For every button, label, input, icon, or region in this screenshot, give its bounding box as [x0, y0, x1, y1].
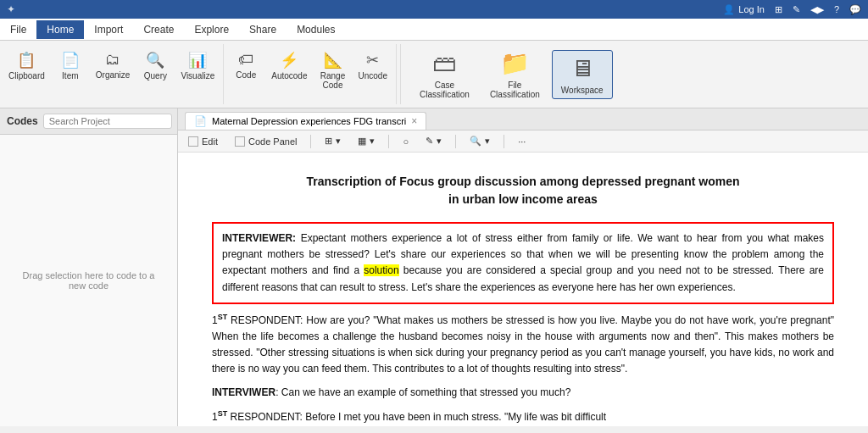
case-classification-icon: 🗃 [432, 49, 456, 77]
respondent1-text: 1ST RESPONDENT: How are you? "What makes… [212, 311, 834, 378]
topbar-login[interactable]: 👤 Log In [723, 4, 765, 15]
ribbon: 📋 Clipboard 📄 Item 🗂 Organize 🔍 Query 📊 … [0, 41, 868, 108]
app-logo: ✦ [7, 3, 15, 15]
toolbar-edit-label: Edit [202, 136, 218, 147]
menu-share[interactable]: Share [239, 20, 287, 39]
toolbar-edit-checkbox[interactable]: Edit [185, 135, 221, 148]
ribbon-uncode-btn[interactable]: ✂ Uncode [353, 49, 392, 82]
left-panel-body: Drag selection here to code to a new cod… [0, 135, 177, 426]
circle-icon: ○ [403, 136, 409, 147]
interviewer-label: INTERVIEWER: [222, 232, 296, 244]
ribbon-code-btn[interactable]: 🏷 Code [227, 49, 264, 81]
login-icon: 👤 [723, 4, 735, 15]
menu-import[interactable]: Import [84, 20, 133, 39]
toolbar-bar-btn[interactable]: ▦ ▾ [354, 134, 378, 148]
doc-content: Transcription of Focus group discussion … [178, 153, 868, 426]
autocode-icon: ⚡ [280, 51, 298, 69]
menu-create[interactable]: Create [133, 20, 184, 39]
interviewer2-label: INTERVIWER [212, 386, 275, 398]
doc-title: Transcription of Focus group discussion … [212, 173, 834, 208]
menubar: File Home Import Create Explore Share Mo… [0, 19, 868, 41]
left-panel: Codes Drag selection here to code to a n… [0, 108, 178, 426]
item-icon: 📄 [61, 51, 80, 69]
workspace-icon: 🖥 [570, 54, 594, 82]
bar-chevron: ▾ [370, 136, 375, 147]
respondent1-label: 1ST RESPONDENT [212, 314, 300, 326]
topbar: ✦ 👤 Log In ⊞ ✎ ◀▶ ? 💬 [0, 0, 868, 19]
toolbar-sep-1 [310, 135, 311, 148]
topbar-edit-icon[interactable]: ✎ [793, 4, 800, 15]
doc-tab-icon: 📄 [194, 115, 207, 127]
topbar-chat-icon[interactable]: 💬 [849, 4, 861, 15]
visualize-icon: 📊 [188, 51, 207, 69]
bar-icon: ▦ [358, 136, 366, 147]
code-panel-checkbox-icon [235, 136, 245, 147]
pencil-chevron: ▾ [437, 136, 442, 147]
menu-explore[interactable]: Explore [184, 20, 239, 39]
edit-checkbox-icon [188, 136, 198, 147]
doc-toolbar: Edit Code Panel ⊞ ▾ ▦ ▾ ○ ✎ ▾ [178, 130, 868, 153]
highlighted-solution: solution [364, 264, 398, 276]
topbar-right: 👤 Log In ⊞ ✎ ◀▶ ? 💬 [723, 4, 861, 15]
more-icon: ··· [518, 136, 526, 147]
respondent2-text: 1ST RESPONDENT: Before I met you have be… [212, 408, 834, 425]
rangecode-icon: 📐 [324, 51, 342, 69]
menu-modules[interactable]: Modules [287, 20, 345, 39]
right-panel: 📄 Maternal Depression experiences FDG tr… [178, 108, 868, 426]
query-icon: 🔍 [146, 51, 164, 69]
ribbon-item-btn[interactable]: 📄 Item [52, 49, 89, 82]
search-input[interactable] [43, 114, 172, 129]
pencil-icon: ✎ [426, 136, 433, 147]
ribbon-query-btn[interactable]: 🔍 Query [136, 49, 174, 82]
zoom-chevron: ▾ [485, 136, 490, 147]
respondent2-block: 1ST RESPONDENT: Before I met you have be… [212, 408, 834, 425]
toolbar-view-btn[interactable]: ⊞ ▾ [321, 134, 344, 148]
ribbon-clipboard-btn[interactable]: 📋 Clipboard [3, 49, 50, 82]
uncode-icon: ✂ [366, 51, 379, 69]
ribbon-workspace-btn[interactable]: 🖥 in urban low income areas Workspace [552, 50, 613, 99]
toolbar-code-panel-label: Code Panel [248, 136, 298, 147]
codes-header: Codes [0, 108, 177, 135]
menu-home[interactable]: Home [36, 20, 84, 39]
toolbar-zoom-btn[interactable]: 🔍 ▾ [466, 134, 493, 148]
view-chevron: ▾ [336, 136, 341, 147]
toolbar-more-btn[interactable]: ··· [515, 135, 529, 148]
zoom-icon: 🔍 [470, 136, 481, 147]
respondent2-label: 1ST RESPONDENT [212, 411, 300, 423]
main-area: Codes Drag selection here to code to a n… [0, 108, 868, 426]
drag-target-text: Drag selection here to code to a new cod… [14, 270, 164, 291]
interviewer-block: INTERVIEWER: Expectant mothers experienc… [212, 222, 834, 304]
organize-icon: 🗂 [105, 51, 120, 69]
ribbon-organize-btn[interactable]: 🗂 Organize [91, 49, 136, 81]
menu-file[interactable]: File [0, 20, 36, 39]
view-icon: ⊞ [325, 136, 332, 147]
ribbon-autocode-btn[interactable]: ⚡ Autocode [266, 49, 312, 82]
doc-tab-bar: 📄 Maternal Depression experiences FDG tr… [178, 108, 868, 130]
ribbon-case-classification-btn[interactable]: 🗃 CaseClassification [411, 46, 478, 103]
interviewer-text: INTERVIEWER: Expectant mothers experienc… [222, 230, 824, 296]
toolbar-circle-btn[interactable]: ○ [399, 135, 412, 148]
respondent1-block: 1ST RESPONDENT: How are you? "What makes… [212, 311, 834, 378]
toolbar-sep-3 [455, 135, 456, 148]
codes-title: Codes [7, 115, 38, 127]
doc-tab-close[interactable]: × [411, 115, 417, 127]
ribbon-rangecode-btn[interactable]: 📐 Range Code [314, 49, 352, 92]
file-classification-icon: 📁 [500, 49, 530, 77]
interviewer2-text: INTERVIWER: Can we have an example of so… [212, 385, 834, 401]
topbar-nav-icon[interactable]: ◀▶ [810, 4, 824, 15]
toolbar-sep-2 [388, 135, 389, 148]
topbar-help-icon[interactable]: ? [834, 4, 839, 14]
ribbon-visualize-btn[interactable]: 📊 Visualize [175, 49, 220, 82]
clipboard-icon: 📋 [17, 51, 36, 69]
doc-tab[interactable]: 📄 Maternal Depression experiences FDG tr… [185, 112, 426, 130]
toolbar-sep-4 [504, 135, 504, 148]
toolbar-pencil-btn[interactable]: ✎ ▾ [422, 134, 445, 148]
ribbon-file-classification-btn[interactable]: 📁 FileClassification [481, 46, 548, 103]
topbar-layout-icon[interactable]: ⊞ [775, 4, 782, 15]
toolbar-code-panel-checkbox[interactable]: Code Panel [231, 135, 301, 148]
doc-tab-title: Maternal Depression experiences FDG tran… [212, 116, 406, 126]
code-icon: 🏷 [238, 51, 253, 69]
interviewer2-block: INTERVIWER: Can we have an example of so… [212, 385, 834, 401]
